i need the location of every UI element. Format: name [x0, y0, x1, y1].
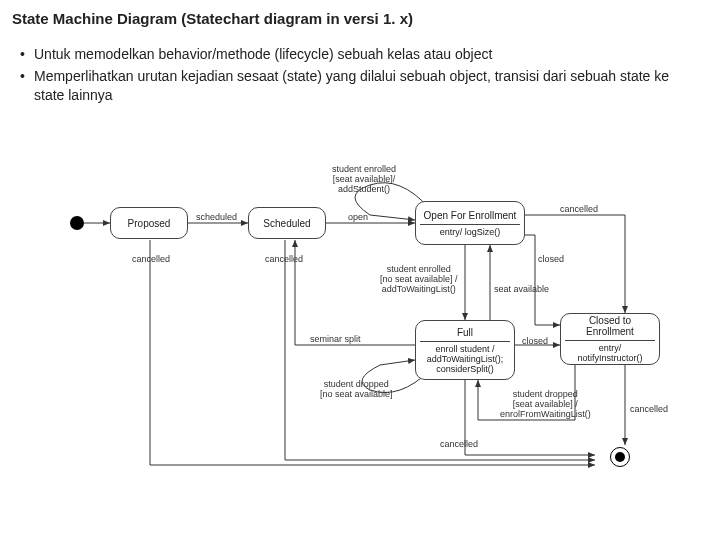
state-name: Open For Enrollment: [424, 210, 517, 221]
state-divider: [420, 341, 510, 342]
edge-proposed-cancelled: [150, 240, 595, 465]
label-cancelled-full: cancelled: [440, 440, 478, 450]
bullet-dot-icon: •: [20, 67, 34, 105]
bullet-item: • Untuk memodelkan behavior/methode (lif…: [20, 45, 700, 64]
edge-open-closed: [525, 235, 560, 325]
label-closed2: closed: [522, 337, 548, 347]
state-full: Full enroll student / addToWaitingList()…: [415, 320, 515, 380]
label-enrolled-noseat: student enrolled [no seat available] / a…: [380, 265, 458, 295]
label-seminar-split: seminar split: [310, 335, 361, 345]
state-diagram: Proposed Scheduled Open For Enrollment e…: [70, 165, 665, 500]
bullet-list: • Untuk memodelkan behavior/methode (lif…: [0, 45, 720, 118]
label-enrolled-seat: student enrolled [seat available]/ addSt…: [332, 165, 396, 195]
label-cancelled-scheduled: cancelled: [265, 255, 303, 265]
label-closed: closed: [538, 255, 564, 265]
final-state-inner-icon: [615, 452, 625, 462]
label-cancelled-proposed: cancelled: [132, 255, 170, 265]
label-scheduled: scheduled: [196, 213, 237, 223]
label-open: open: [348, 213, 368, 223]
initial-state-icon: [70, 216, 84, 230]
page-title: State Machine Diagram (Statechart diagra…: [0, 0, 720, 45]
state-name: Full: [457, 327, 473, 338]
label-cancelled-open: cancelled: [560, 205, 598, 215]
label-dropped-noseat: student dropped [no seat available]: [320, 380, 393, 400]
state-entry: enroll student / addToWaitingList(); con…: [427, 344, 504, 374]
state-name: Proposed: [128, 218, 171, 229]
bullet-text: Memperlihatkan urutan kejadian sesaat (s…: [34, 67, 700, 105]
label-seat-available: seat available: [494, 285, 549, 295]
state-entry: entry/ notifyInstructor(): [565, 343, 655, 363]
state-divider: [565, 340, 655, 341]
state-open-enrollment: Open For Enrollment entry/ logSize(): [415, 201, 525, 245]
label-dropped-seat: student dropped [seat available] / enrol…: [500, 390, 591, 420]
state-name: Closed to Enrollment: [565, 315, 655, 337]
final-state-icon: [610, 447, 630, 467]
state-scheduled: Scheduled: [248, 207, 326, 239]
state-entry: entry/ logSize(): [440, 227, 501, 237]
state-divider: [420, 224, 520, 225]
label-cancelled-closed: cancelled: [630, 405, 668, 415]
state-closed-enrollment: Closed to Enrollment entry/ notifyInstru…: [560, 313, 660, 365]
bullet-dot-icon: •: [20, 45, 34, 64]
bullet-item: • Memperlihatkan urutan kejadian sesaat …: [20, 67, 700, 105]
bullet-text: Untuk memodelkan behavior/methode (lifec…: [34, 45, 492, 64]
state-name: Scheduled: [263, 218, 310, 229]
state-proposed: Proposed: [110, 207, 188, 239]
